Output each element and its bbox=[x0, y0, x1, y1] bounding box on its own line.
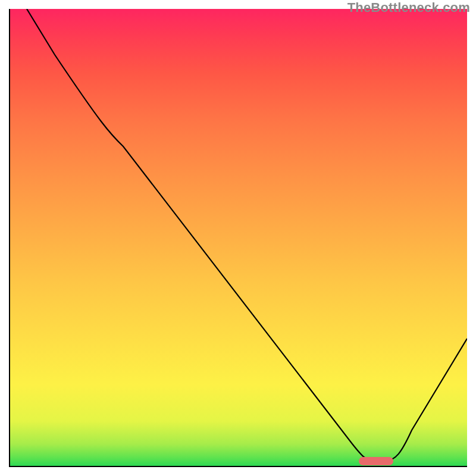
curve-layer bbox=[9, 9, 467, 467]
x-axis bbox=[9, 466, 467, 467]
bottleneck-chart: TheBottleneck.com bbox=[0, 0, 476, 476]
bottleneck-curve-path bbox=[27, 9, 467, 461]
optimal-marker bbox=[359, 457, 393, 465]
y-axis bbox=[9, 9, 10, 467]
watermark-text: TheBottleneck.com bbox=[347, 0, 470, 15]
